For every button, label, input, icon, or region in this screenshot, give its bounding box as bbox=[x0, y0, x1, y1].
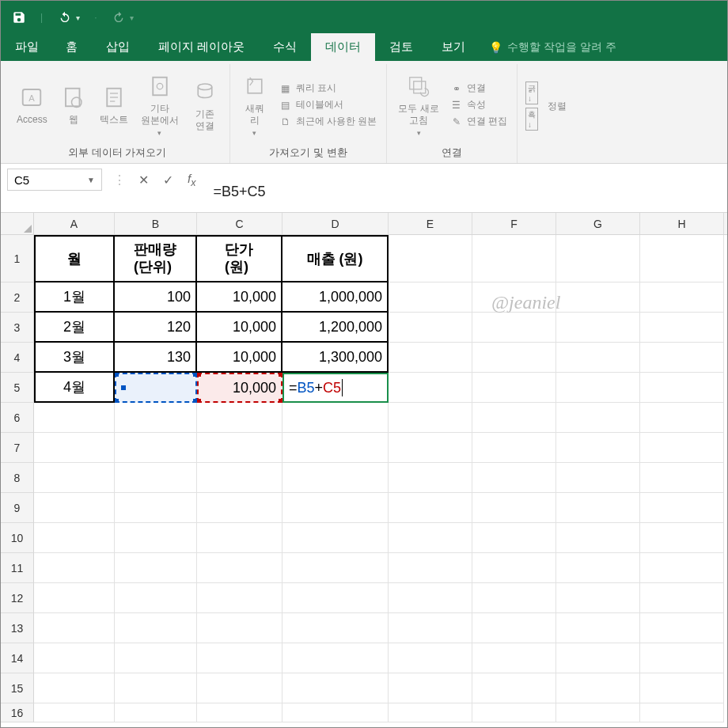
from-web-button[interactable]: 웹 bbox=[57, 82, 90, 127]
cell-H10[interactable] bbox=[640, 523, 724, 553]
row-header-8[interactable]: 8 bbox=[1, 463, 34, 493]
row-header-2[interactable]: 2 bbox=[1, 282, 34, 313]
cell-F1[interactable] bbox=[472, 235, 556, 282]
cell-H15[interactable] bbox=[640, 673, 724, 703]
chevron-down-icon[interactable]: ▼ bbox=[87, 176, 95, 184]
cell-A10[interactable] bbox=[34, 523, 115, 553]
row-header-11[interactable]: 11 bbox=[1, 553, 34, 583]
sort-button[interactable]: 정렬 bbox=[544, 99, 570, 113]
cell-D5-editing[interactable]: =B5+C5 bbox=[282, 373, 389, 403]
cell-C13[interactable] bbox=[197, 613, 282, 643]
cell-A3[interactable]: 2월 bbox=[34, 313, 115, 343]
cell-C11[interactable] bbox=[197, 553, 282, 583]
cell-D8[interactable] bbox=[282, 463, 389, 493]
cell-H11[interactable] bbox=[640, 553, 724, 583]
col-header-G[interactable]: G bbox=[556, 213, 640, 234]
row-header-1[interactable]: 1 bbox=[1, 235, 34, 282]
row-header-7[interactable]: 7 bbox=[1, 433, 34, 463]
cell-C8[interactable] bbox=[197, 463, 282, 493]
cell-B13[interactable] bbox=[115, 613, 197, 643]
cell-A16[interactable] bbox=[34, 703, 115, 722]
cell-F13[interactable] bbox=[472, 613, 556, 643]
cell-G2[interactable] bbox=[556, 282, 640, 313]
cell-C7[interactable] bbox=[197, 433, 282, 463]
cell-F15[interactable] bbox=[472, 673, 556, 703]
cell-E11[interactable] bbox=[389, 553, 472, 583]
connections-button[interactable]: ⚭ 연결 bbox=[449, 81, 509, 96]
cell-D3[interactable]: 1,200,000 bbox=[282, 313, 389, 343]
row-header-3[interactable]: 3 bbox=[1, 313, 34, 343]
cell-F11[interactable] bbox=[472, 553, 556, 583]
cell-A13[interactable] bbox=[34, 613, 115, 643]
cell-G13[interactable] bbox=[556, 613, 640, 643]
cell-D9[interactable] bbox=[282, 493, 389, 523]
cell-B10[interactable] bbox=[115, 523, 197, 553]
show-queries-button[interactable]: ▦ 쿼리 표시 bbox=[278, 81, 379, 96]
cell-B7[interactable] bbox=[115, 433, 197, 463]
cancel-icon[interactable]: ✕ bbox=[138, 173, 149, 188]
cell-E10[interactable] bbox=[389, 523, 472, 553]
cell-B15[interactable] bbox=[115, 673, 197, 703]
row-header-9[interactable]: 9 bbox=[1, 493, 34, 523]
cell-C6[interactable] bbox=[197, 403, 282, 433]
cell-G10[interactable] bbox=[556, 523, 640, 553]
recent-sources-button[interactable]: 🗋 최근에 사용한 원본 bbox=[278, 114, 379, 129]
tab-review[interactable]: 검토 bbox=[375, 33, 427, 61]
cell-H8[interactable] bbox=[640, 463, 724, 493]
cell-B16[interactable] bbox=[115, 703, 197, 722]
cell-G5[interactable] bbox=[556, 373, 640, 403]
cell-F4[interactable] bbox=[472, 343, 556, 373]
undo-icon[interactable]: ▾ bbox=[54, 9, 83, 25]
cell-E2[interactable] bbox=[389, 282, 472, 313]
cell-C3[interactable]: 10,000 bbox=[197, 313, 282, 343]
cell-B8[interactable] bbox=[115, 463, 197, 493]
from-text-button[interactable]: 텍스트 bbox=[97, 82, 131, 127]
cell-A6[interactable] bbox=[34, 403, 115, 433]
cell-E12[interactable] bbox=[389, 583, 472, 613]
cell-E1[interactable] bbox=[389, 235, 472, 282]
tab-page-layout[interactable]: 페이지 레이아웃 bbox=[144, 33, 259, 61]
existing-connections-button[interactable]: 기존 연결 bbox=[188, 77, 222, 133]
cell-E13[interactable] bbox=[389, 613, 472, 643]
cell-H5[interactable] bbox=[640, 373, 724, 403]
cell-C14[interactable] bbox=[197, 643, 282, 673]
row-header-4[interactable]: 4 bbox=[1, 343, 34, 373]
cell-C9[interactable] bbox=[197, 493, 282, 523]
cell-G6[interactable] bbox=[556, 403, 640, 433]
tab-file[interactable]: 파일 bbox=[6, 33, 51, 61]
save-icon[interactable] bbox=[9, 9, 29, 26]
tab-view[interactable]: 보기 bbox=[427, 33, 480, 61]
redo-icon[interactable]: ▾ bbox=[108, 9, 137, 25]
row-header-5[interactable]: 5 bbox=[1, 373, 34, 403]
fx-icon[interactable]: fx bbox=[188, 172, 195, 188]
cell-A15[interactable] bbox=[34, 673, 115, 703]
cell-C2[interactable]: 10,000 bbox=[197, 282, 282, 313]
cell-B14[interactable] bbox=[115, 643, 197, 673]
cell-G15[interactable] bbox=[556, 673, 640, 703]
cell-H16[interactable] bbox=[640, 703, 724, 722]
cell-G7[interactable] bbox=[556, 433, 640, 463]
cell-E15[interactable] bbox=[389, 673, 472, 703]
cell-E8[interactable] bbox=[389, 463, 472, 493]
tab-data[interactable]: 데이터 bbox=[311, 33, 375, 61]
cell-B6[interactable] bbox=[115, 403, 197, 433]
cell-F5[interactable] bbox=[472, 373, 556, 403]
cell-F16[interactable] bbox=[472, 703, 556, 722]
cell-D16[interactable] bbox=[282, 703, 389, 722]
cell-H9[interactable] bbox=[640, 493, 724, 523]
cell-C16[interactable] bbox=[197, 703, 282, 722]
cell-A5[interactable]: 4월 bbox=[34, 373, 115, 403]
cell-F6[interactable] bbox=[472, 403, 556, 433]
cell-G12[interactable] bbox=[556, 583, 640, 613]
cell-H4[interactable] bbox=[640, 343, 724, 373]
cell-A1[interactable]: 월 bbox=[34, 235, 115, 282]
cell-G16[interactable] bbox=[556, 703, 640, 722]
cell-B11[interactable] bbox=[115, 553, 197, 583]
cell-D14[interactable] bbox=[282, 643, 389, 673]
cell-D6[interactable] bbox=[282, 403, 389, 433]
cell-B4[interactable]: 130 bbox=[115, 343, 197, 373]
cell-C5[interactable]: 10,000 bbox=[197, 373, 282, 403]
cell-A9[interactable] bbox=[34, 493, 115, 523]
cell-H7[interactable] bbox=[640, 433, 724, 463]
cell-D13[interactable] bbox=[282, 613, 389, 643]
